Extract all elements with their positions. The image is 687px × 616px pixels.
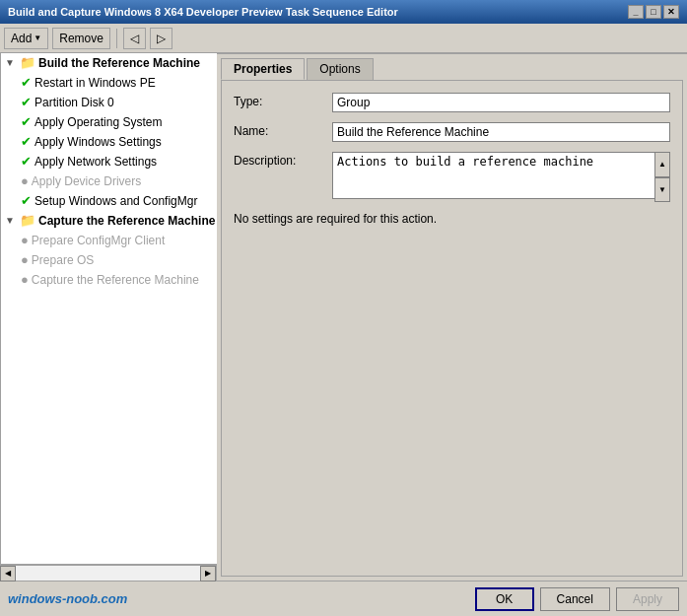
list-item[interactable]: ● Apply Device Drivers — [1, 171, 217, 191]
minimize-button[interactable]: _ — [628, 5, 644, 19]
list-item[interactable]: ✔ Apply Network Settings — [1, 152, 217, 171]
type-input[interactable] — [332, 93, 670, 112]
check-icon: ✔ — [21, 74, 32, 92]
tab-options-label: Options — [319, 62, 360, 76]
item-label: Prepare ConfigMgr Client — [32, 232, 165, 249]
item-label: Setup Windows and ConfigMgr — [34, 192, 197, 210]
bottom-bar: windows-noob.com OK Cancel Apply — [0, 581, 687, 616]
task-sequence-tree: ▼ 📁 Build the Reference Machine ✔ Restar… — [0, 53, 217, 565]
item-label: Apply Operating System — [34, 113, 162, 131]
horizontal-scrollbar[interactable]: ◀ ▶ — [0, 565, 216, 581]
tab-properties[interactable]: Properties — [221, 58, 305, 80]
type-control — [332, 93, 670, 112]
list-item[interactable]: ● Prepare ConfigMgr Client — [1, 231, 217, 250]
scroll-down-button[interactable]: ▼ — [654, 177, 670, 203]
folder-icon: 📁 — [20, 212, 35, 230]
list-item[interactable]: ✔ Apply Operating System — [1, 112, 217, 132]
item-label: Apply Network Settings — [34, 153, 157, 171]
description-row: Description: ▲ ▼ — [234, 152, 670, 202]
tab-bar: Properties Options — [217, 54, 687, 80]
description-textarea[interactable] — [332, 152, 670, 199]
grey-icon: ● — [21, 271, 29, 289]
type-row: Type: — [234, 93, 670, 112]
list-item[interactable]: ● Capture the Reference Machine — [1, 270, 217, 290]
check-icon: ✔ — [21, 113, 32, 131]
toolbar: Add ▼ Remove ◁ ▷ — [0, 24, 687, 53]
no-settings-label: No settings are required for this action… — [234, 212, 437, 226]
grey-icon: ● — [21, 251, 29, 269]
capture-group[interactable]: ▼ 📁 Capture the Reference Machine — [1, 211, 217, 231]
bottom-buttons: OK Cancel Apply — [475, 587, 679, 611]
remove-button[interactable]: Remove — [52, 28, 110, 49]
capture-group-label: Capture the Reference Machine — [38, 212, 215, 230]
toolbar-separator — [116, 29, 117, 48]
item-label: Apply Device Drivers — [32, 172, 141, 190]
name-row: Name: — [234, 122, 670, 142]
item-label: Capture the Reference Machine — [32, 271, 199, 289]
check-icon: ✔ — [21, 94, 32, 111]
name-label: Name: — [234, 122, 332, 138]
main-area: ▼ 📁 Build the Reference Machine ✔ Restar… — [0, 53, 687, 581]
window-title: Build and Capture Windows 8 X64 Develope… — [8, 6, 398, 18]
check-icon: ✔ — [21, 192, 32, 210]
list-item[interactable]: ✔ Partition Disk 0 — [1, 93, 217, 112]
close-button[interactable]: ✕ — [663, 5, 679, 19]
brand: windows-noob.com — [8, 591, 127, 606]
check-icon: ✔ — [21, 153, 32, 171]
name-control — [332, 122, 670, 142]
tab-options[interactable]: Options — [307, 58, 373, 80]
apply-button[interactable]: Apply — [616, 587, 679, 611]
expand-icon: ▼ — [5, 212, 17, 230]
maximize-button[interactable]: □ — [646, 5, 661, 19]
scroll-up-button[interactable]: ▲ — [654, 152, 670, 177]
folder-icon: 📁 — [20, 54, 35, 72]
grey-icon: ● — [21, 172, 29, 190]
root-group[interactable]: ▼ 📁 Build the Reference Machine — [1, 53, 217, 73]
type-label: Type: — [234, 93, 332, 108]
scroll-right-button[interactable]: ▶ — [200, 566, 216, 582]
title-bar: Build and Capture Windows 8 X64 Develope… — [0, 0, 687, 24]
add-label: Add — [11, 32, 32, 45]
expand-icon: ▼ — [5, 54, 17, 72]
item-label: Restart in Windows PE — [34, 74, 156, 92]
brand-text: windows-noob.com — [8, 591, 127, 606]
list-item[interactable]: ✔ Setup Windows and ConfigMgr — [1, 191, 217, 211]
right-panel: Properties Options Type: Name: — [217, 53, 687, 581]
description-wrapper: ▲ ▼ — [332, 152, 670, 202]
list-item[interactable]: ✔ Apply Windows Settings — [1, 132, 217, 152]
move-down-button[interactable]: ▷ — [150, 28, 172, 49]
tab-properties-label: Properties — [234, 62, 292, 76]
item-label: Prepare OS — [32, 251, 94, 269]
item-label: Apply Windows Settings — [34, 133, 162, 151]
check-icon: ✔ — [21, 133, 32, 151]
name-input[interactable] — [332, 122, 670, 142]
root-group-label: Build the Reference Machine — [38, 54, 200, 72]
cancel-button[interactable]: Cancel — [540, 587, 610, 611]
no-settings-text: No settings are required for this action… — [234, 212, 670, 226]
tab-content-properties: Type: Name: Description: ▲ ▼ — [221, 80, 683, 577]
add-button[interactable]: Add ▼ — [4, 28, 48, 49]
window-controls: _ □ ✕ — [628, 5, 679, 19]
scroll-left-button[interactable]: ◀ — [0, 566, 16, 582]
ok-button[interactable]: OK — [475, 587, 534, 611]
description-label: Description: — [234, 152, 332, 168]
grey-icon: ● — [21, 232, 29, 249]
remove-label: Remove — [59, 32, 103, 45]
add-dropdown-arrow: ▼ — [34, 34, 41, 42]
list-item[interactable]: ✔ Restart in Windows PE — [1, 73, 217, 93]
move-up-button[interactable]: ◁ — [123, 28, 146, 49]
item-label: Partition Disk 0 — [34, 94, 114, 111]
list-item[interactable]: ● Prepare OS — [1, 250, 217, 270]
